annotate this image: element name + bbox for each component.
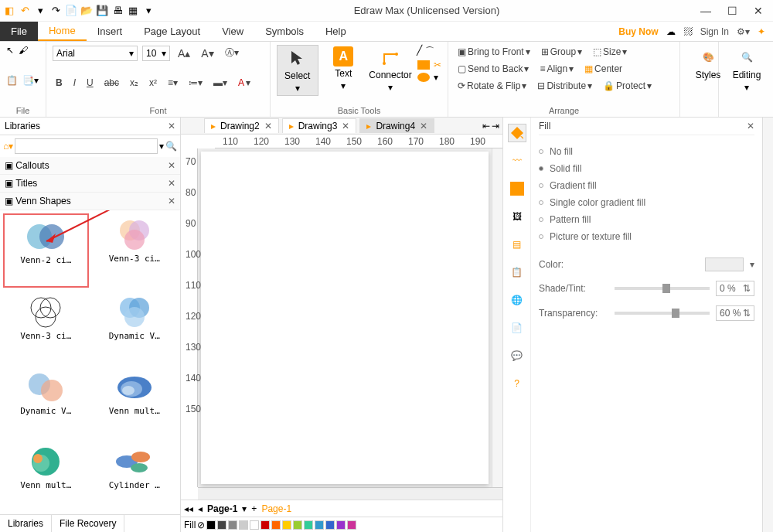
arc-tool[interactable]: ⌒ — [425, 45, 434, 58]
swatch[interactable] — [293, 520, 302, 530]
transparency-value[interactable]: 60 %⇅ — [716, 305, 754, 321]
select-tool[interactable]: Select▾ — [277, 45, 318, 96]
color-dropdown-icon[interactable]: ▾ — [750, 259, 754, 270]
radio-single-gradient[interactable]: Single color gradient fill — [539, 194, 754, 211]
tab-help[interactable]: Help — [315, 22, 357, 40]
increase-font-icon[interactable]: A▴ — [175, 46, 193, 61]
shape-dynamic-v2[interactable]: Dynamic V… — [3, 366, 89, 437]
line-tool[interactable]: ╱ — [417, 45, 422, 58]
close-icon[interactable]: ✕ — [264, 121, 272, 131]
minimize-button[interactable]: — — [699, 5, 713, 17]
bottom-tab-libraries[interactable]: Libraries — [0, 515, 52, 532]
radio-gradient-fill[interactable]: Gradient fill — [539, 177, 754, 194]
library-search-input[interactable] — [15, 138, 158, 154]
document-icon[interactable]: 📄 — [508, 319, 526, 337]
swatch[interactable] — [336, 520, 346, 530]
save-icon[interactable]: 💾 — [96, 5, 108, 17]
swatch[interactable] — [206, 520, 216, 530]
settings-icon[interactable]: ⚙▾ — [737, 26, 750, 37]
line-style-icon[interactable]: 〰 — [508, 152, 526, 170]
layers-icon[interactable]: ▤ — [508, 235, 526, 254]
doc-tab-2[interactable]: ▸Drawing3✕ — [282, 118, 357, 133]
tab-page-layout[interactable]: Page Layout — [133, 22, 211, 40]
dropdown-icon[interactable]: ▾ — [34, 5, 46, 17]
copy-icon[interactable]: 📑▾ — [22, 75, 39, 86]
open-icon[interactable]: 📂 — [80, 5, 93, 17]
right-scrollbar[interactable] — [762, 118, 773, 532]
bullets-icon[interactable]: ≔▾ — [186, 76, 206, 90]
swatch[interactable] — [347, 520, 356, 530]
shape-venn-mult1[interactable]: Venn mult… — [92, 366, 178, 437]
radio-no-fill[interactable]: No fill — [539, 143, 754, 160]
bring-front-button[interactable]: ▣ Bring to Front ▾ — [455, 45, 533, 59]
nav-left-icon[interactable]: ⇤ — [482, 121, 490, 131]
bottom-tab-recovery[interactable]: File Recovery — [52, 515, 124, 532]
search-dropdown-icon[interactable]: ▾ — [159, 141, 164, 152]
shape-venn3-outline[interactable]: Venn-3 ci… — [3, 291, 89, 362]
editing-button[interactable]: 🔍 Editing▾ — [725, 45, 768, 94]
share-icon[interactable]: ⛆ — [683, 26, 693, 37]
shade-slider[interactable] — [615, 287, 710, 290]
redo-icon[interactable]: ↷ — [49, 5, 62, 17]
help-icon[interactable]: ? — [508, 374, 526, 393]
shade-value[interactable]: 0 %⇅ — [716, 281, 754, 296]
doc-tab-1[interactable]: ▸Drawing2✕ — [204, 118, 279, 133]
font-name-select[interactable]: Arial▾ — [53, 46, 138, 61]
swatch[interactable] — [228, 520, 237, 530]
transparency-slider[interactable] — [615, 312, 710, 315]
close-icon[interactable]: ✕ — [420, 121, 427, 131]
swatch[interactable] — [217, 520, 226, 530]
distribute-button[interactable]: ⊟ Distribute ▾ — [534, 79, 595, 93]
new-icon[interactable]: 📄 — [65, 5, 77, 17]
ellipse-tool[interactable] — [417, 72, 431, 83]
superscript-icon[interactable]: x² — [146, 76, 160, 90]
image-icon[interactable]: 🖼 — [508, 207, 526, 226]
line-spacing-icon[interactable]: ≡▾ — [165, 76, 181, 90]
page-nav-prev-icon[interactable]: ◂ — [198, 503, 203, 514]
clear-format-icon[interactable]: Ⓐ▾ — [222, 45, 242, 61]
no-color-icon[interactable]: ⊘ — [197, 520, 205, 530]
radio-pattern-fill[interactable]: Pattern fill — [539, 211, 754, 228]
tab-home[interactable]: Home — [38, 22, 87, 41]
file-menu[interactable]: File — [0, 22, 38, 41]
fill-panel-close-icon[interactable]: ✕ — [747, 121, 754, 131]
comment-icon[interactable]: 💬 — [508, 346, 526, 365]
text-tool[interactable]: A Text▾ — [323, 45, 364, 93]
tab-view[interactable]: View — [211, 22, 254, 40]
decrease-font-icon[interactable]: A▾ — [198, 46, 216, 61]
font-size-select[interactable]: 10▾ — [142, 46, 170, 61]
crop-tool[interactable]: ✂ — [434, 60, 441, 70]
size-button[interactable]: ⬚ Size ▾ — [590, 45, 630, 59]
rotate-flip-button[interactable]: ⟳ Rotate & Flip ▾ — [455, 79, 530, 93]
fill-icon[interactable] — [508, 124, 526, 142]
buy-now-link[interactable]: Buy Now — [618, 26, 658, 37]
maximize-button[interactable]: ☐ — [725, 5, 739, 17]
search-icon[interactable]: 🔍 — [165, 141, 177, 152]
group-button[interactable]: ⊞ Group ▾ — [538, 45, 585, 59]
add-page-icon[interactable]: + — [251, 503, 257, 514]
tab-symbols[interactable]: Symbols — [254, 22, 315, 40]
format-painter-icon[interactable]: 🖌 — [19, 45, 28, 56]
libraries-close-icon[interactable]: ✕ — [168, 121, 175, 131]
paste-icon[interactable]: 📋 — [6, 75, 18, 86]
subscript-icon[interactable]: x₂ — [127, 76, 141, 90]
shape-fill-icon[interactable] — [508, 179, 526, 198]
center-button[interactable]: ▦ Center — [581, 62, 625, 76]
section-titles[interactable]: ▣ Titles✕ — [0, 175, 180, 193]
swatch[interactable] — [315, 520, 324, 530]
close-button[interactable]: ✕ — [751, 5, 765, 17]
rect-tool[interactable] — [417, 60, 431, 70]
globe-icon[interactable]: 🌐 — [508, 291, 526, 309]
clipboard-icon[interactable]: 📋 — [508, 263, 526, 281]
section-venn[interactable]: ▣ Venn Shapes✕ — [0, 193, 180, 210]
shape-cylinder[interactable]: Cylinder … — [92, 440, 178, 511]
swatch[interactable] — [325, 520, 335, 530]
color-picker[interactable] — [705, 257, 744, 271]
send-back-button[interactable]: ▢ Send to Back ▾ — [455, 62, 532, 76]
radio-texture-fill[interactable]: Picture or texture fill — [539, 228, 754, 245]
strikethrough-icon[interactable]: abc — [101, 76, 122, 90]
highlight-icon[interactable]: ▬▾ — [210, 76, 230, 90]
font-color-icon[interactable]: A▾ — [235, 76, 254, 90]
shape-dynamic-v1[interactable]: Dynamic V… — [92, 291, 178, 362]
home-icon[interactable]: ⌂▾ — [3, 141, 13, 152]
